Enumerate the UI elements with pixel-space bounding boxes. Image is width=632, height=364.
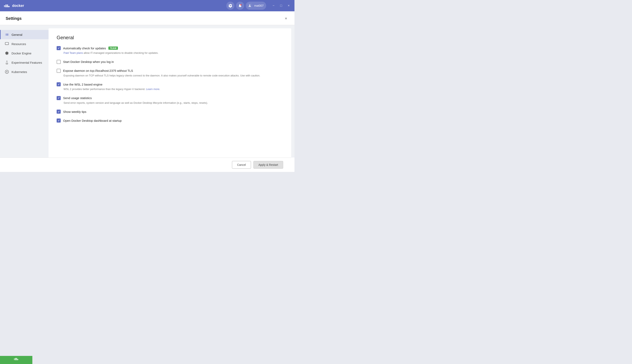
sidebar-item-experimental-label: Experimental Features <box>12 61 42 64</box>
setting-auto-update-desc: Paid Team plans allow IT-managed organiz… <box>64 51 283 55</box>
sidebar-item-docker-engine[interactable]: Docker Engine <box>0 48 48 58</box>
setting-auto-update-header: Automatically check for updates TEAM <box>57 46 283 50</box>
svg-rect-3 <box>7 5 8 6</box>
setting-row-auto-update: Automatically check for updates TEAM Pai… <box>57 46 283 55</box>
svg-rect-2 <box>6 6 7 7</box>
setting-wsl2-label: Use the WSL 2 based engine <box>63 83 102 86</box>
sidebar-item-experimental[interactable]: Experimental Features <box>0 58 48 67</box>
sidebar-item-general-label: General <box>12 33 22 36</box>
window-controls: − □ × <box>271 3 291 8</box>
settings-footer: Cancel Apply & Restart <box>0 158 291 172</box>
setting-usage-stats-desc: Send error reports, system version and l… <box>64 101 283 105</box>
main-content-area: General Automatically check for updates … <box>48 28 291 158</box>
close-window-btn[interactable]: × <box>286 3 291 8</box>
settings-sidebar: General Resources Dock <box>0 25 48 158</box>
svg-rect-5 <box>8 6 10 7</box>
titlebar: docker mat007 − □ × <box>0 0 294 11</box>
maximize-btn[interactable]: □ <box>278 3 284 8</box>
paid-team-plans-link[interactable]: Paid Team plans <box>64 51 83 54</box>
checkbox-open-dashboard[interactable] <box>57 118 61 122</box>
learn-more-link[interactable]: Learn more <box>146 88 159 90</box>
setting-row-start-login: Start Docker Desktop when you log in <box>57 60 283 64</box>
settings-body: General Resources Dock <box>0 25 294 158</box>
svg-point-7 <box>240 4 242 6</box>
setting-row-usage-stats: Send usage statistics Send error reports… <box>57 96 283 105</box>
apply-restart-button[interactable]: Apply & Restart <box>254 161 283 169</box>
setting-start-login-header: Start Docker Desktop when you log in <box>57 60 283 64</box>
setting-row-open-dashboard: Open Docker Desktop dashboard at startup <box>57 118 283 122</box>
settings-header: Settings × <box>0 11 294 25</box>
svg-rect-0 <box>4 6 5 6</box>
checkbox-auto-update[interactable] <box>57 46 61 50</box>
notification-icon-btn[interactable] <box>236 2 244 10</box>
team-badge: TEAM <box>108 46 118 50</box>
user-menu-btn[interactable]: mat007 <box>246 2 266 10</box>
setting-weekly-tips-header: Show weekly tips <box>57 110 283 114</box>
setting-row-weekly-tips: Show weekly tips <box>57 110 283 114</box>
setting-usage-stats-label: Send usage statistics <box>63 96 92 100</box>
svg-rect-1 <box>6 5 7 6</box>
app-name-label: docker <box>12 4 24 8</box>
kubernetes-icon <box>5 70 9 74</box>
checkbox-wsl2[interactable] <box>57 82 61 86</box>
sidebar-item-resources[interactable]: Resources <box>0 39 48 48</box>
experimental-icon <box>5 60 9 65</box>
user-name-label: mat007 <box>254 4 264 7</box>
resources-icon <box>5 42 9 46</box>
sidebar-item-general[interactable]: General <box>0 30 48 39</box>
app-logo: docker <box>3 3 24 8</box>
user-avatar-icon <box>248 4 252 7</box>
sidebar-item-kubernetes[interactable]: Kubernetes <box>0 67 48 76</box>
settings-close-btn[interactable]: × <box>283 15 289 22</box>
setting-expose-daemon-label: Expose daemon on tcp://localhost:2375 wi… <box>63 69 133 72</box>
setting-weekly-tips-label: Show weekly tips <box>63 110 86 114</box>
user-avatar <box>247 3 252 8</box>
setting-expose-daemon-header: Expose daemon on tcp://localhost:2375 wi… <box>57 69 283 73</box>
checkbox-usage-stats[interactable] <box>57 96 61 100</box>
cancel-button[interactable]: Cancel <box>232 161 251 169</box>
setting-auto-update-label: Automatically check for updates <box>63 46 106 50</box>
svg-rect-4 <box>7 6 8 7</box>
setting-wsl2-desc: WSL 2 provides better performance than t… <box>64 87 283 91</box>
general-icon <box>5 32 9 37</box>
setting-row-wsl2: Use the WSL 2 based engine WSL 2 provide… <box>57 82 283 91</box>
checkbox-expose-daemon[interactable] <box>57 69 61 73</box>
settings-icon-btn[interactable] <box>226 2 234 10</box>
setting-row-expose-daemon: Expose daemon on tcp://localhost:2375 wi… <box>57 69 283 78</box>
setting-start-login-label: Start Docker Desktop when you log in <box>63 60 114 64</box>
svg-rect-8 <box>5 42 9 45</box>
sidebar-item-docker-engine-label: Docker Engine <box>12 52 31 55</box>
docker-logo-icon <box>3 3 10 8</box>
setting-expose-daemon-desc: Exposing daemon on TCP without TLS helps… <box>64 74 283 78</box>
settings-title: Settings <box>6 16 22 21</box>
titlebar-right: mat007 − □ × <box>226 2 291 10</box>
settings-panel: Settings × General Re <box>0 11 294 172</box>
notification-icon <box>238 4 242 8</box>
checkbox-start-login[interactable] <box>57 60 61 64</box>
minimize-btn[interactable]: − <box>271 3 276 8</box>
checkbox-weekly-tips[interactable] <box>57 110 61 114</box>
setting-wsl2-header: Use the WSL 2 based engine <box>57 82 283 86</box>
gear-icon <box>228 4 232 8</box>
content-section-title: General <box>57 35 283 40</box>
setting-usage-stats-header: Send usage statistics <box>57 96 283 100</box>
svg-point-11 <box>6 72 8 72</box>
docker-engine-icon <box>5 51 9 56</box>
setting-open-dashboard-header: Open Docker Desktop dashboard at startup <box>57 118 283 122</box>
sidebar-item-kubernetes-label: Kubernetes <box>12 70 27 74</box>
sidebar-item-resources-label: Resources <box>12 42 26 46</box>
setting-open-dashboard-label: Open Docker Desktop dashboard at startup <box>63 119 122 122</box>
